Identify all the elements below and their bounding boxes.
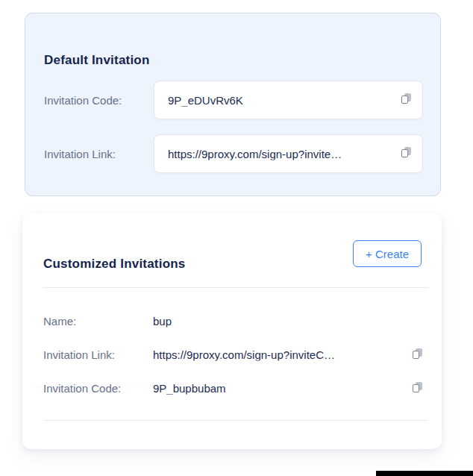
name-label: Name: [43, 315, 76, 328]
custom-invitation-code-row: Invitation Code: 9P_bupbubam [22, 381, 442, 395]
copy-custom-link-button[interactable] [412, 348, 424, 360]
copy-icon [401, 147, 413, 159]
screen-edge-black-bar [376, 471, 473, 476]
copy-icon [413, 348, 424, 360]
customized-invitations-card: Customized Invitations + Create Name: bu… [22, 213, 442, 449]
create-invitation-button[interactable]: + Create [353, 240, 422, 267]
default-invitation-title: Default Invitation [44, 53, 150, 68]
divider [43, 420, 428, 421]
invitation-link-label: Invitation Link: [44, 148, 116, 160]
invitation-code-label: Invitation Code: [44, 94, 122, 107]
copy-icon [401, 93, 413, 105]
invitation-code-value: 9P_bupbubam [153, 382, 397, 395]
invitation-code-label: Invitation Code: [43, 382, 121, 395]
copy-link-button[interactable] [400, 147, 413, 160]
invitation-code-input[interactable]: 9P_eDUvRv6K [154, 81, 423, 119]
copy-custom-code-button[interactable] [412, 382, 424, 394]
invitation-code-row: Invitation Code: 9P_eDUvRv6K [25, 81, 440, 119]
invitation-code-value: 9P_eDUvRv6K [168, 94, 389, 107]
default-invitation-card: Default Invitation Invitation Code: 9P_e… [25, 13, 441, 196]
custom-invitation-link-row: Invitation Link: https://9proxy.com/sign… [22, 347, 442, 362]
customized-invitations-title: Customized Invitations [43, 257, 185, 272]
invitation-link-label: Invitation Link: [43, 348, 115, 361]
invitation-link-value: https://9proxy.com/sign-up?invite… [168, 148, 389, 160]
invitation-link-value: https://9proxy.com/sign-up?inviteC… [153, 348, 397, 361]
invitation-link-input[interactable]: https://9proxy.com/sign-up?invite… [154, 134, 423, 173]
name-value: bup [153, 315, 397, 328]
divider [43, 287, 428, 288]
custom-invitation-name-row: Name: bup [22, 313, 442, 328]
copy-icon [413, 382, 424, 394]
invitation-link-row: Invitation Link: https://9proxy.com/sign… [25, 134, 440, 173]
copy-code-button[interactable] [400, 93, 413, 107]
